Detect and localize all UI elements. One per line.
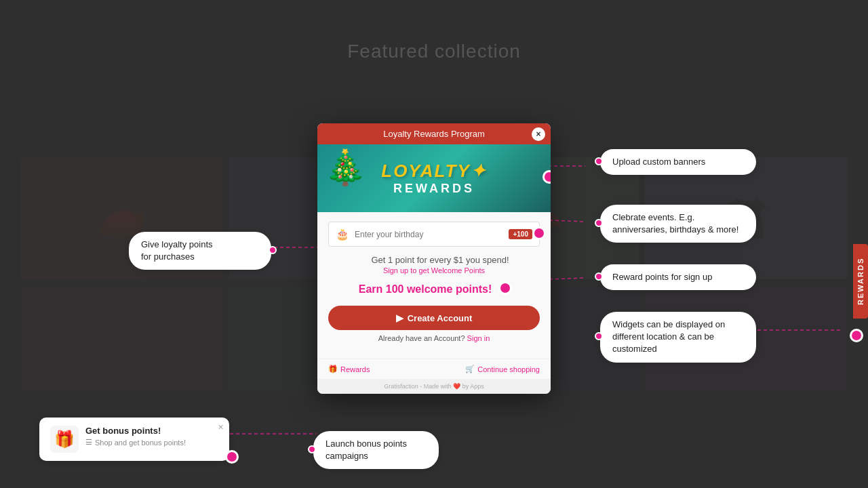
welcome-row: Earn 100 welcome points! <box>328 281 540 298</box>
reward-signup-callout: Reward points for sign up <box>600 264 756 290</box>
modal-footer: 🎁 Rewards 🛒 Continue shopping <box>317 359 551 379</box>
banner-decoration: 🎄 <box>324 148 366 187</box>
launch-bonus-text: Launch bonus points campaigns <box>326 438 427 462</box>
modal-body: 🎂 +100 Get 1 point for every $1 you spen… <box>317 212 551 359</box>
give-points-dot <box>269 246 277 254</box>
birthday-row: 🎂 +100 <box>328 222 540 247</box>
continue-shopping-link[interactable]: 🛒 Continue shopping <box>465 365 540 373</box>
rewards-link[interactable]: 🎁 Rewards <box>328 365 370 373</box>
signin-text: Already have an Account? <box>378 334 465 342</box>
notif-close-button[interactable]: ✕ <box>218 423 224 432</box>
upload-banners-text: Upload custom banners <box>612 156 744 168</box>
notif-title: Get bonus points! <box>85 426 186 436</box>
create-account-button[interactable]: ▶ Create Account <box>328 306 540 330</box>
birthday-icon: 🎂 <box>336 228 349 241</box>
loyalty-modal: Loyalty Rewards Program × 🎄 LOYALTY✦ REW… <box>317 123 551 394</box>
earn-row: Get 1 point for every $1 you spend! Sign… <box>328 255 540 274</box>
branding-text: Gratisfaction - Made with ❤️ by Apps <box>384 383 484 390</box>
modal-header: Loyalty Rewards Program × <box>317 123 551 144</box>
create-btn-label: Create Account <box>408 313 473 323</box>
celebrate-events-text: Clebrate events. E.g. anniversaries, bir… <box>612 211 744 236</box>
birthday-badge: +100 <box>509 229 532 239</box>
rewards-icon: 🎁 <box>328 365 338 373</box>
celebrate-dot <box>595 219 603 227</box>
banner-connector-dot <box>542 170 551 184</box>
launch-bonus-callout: Launch bonus points campaigns <box>313 431 439 469</box>
create-btn-icon: ▶ <box>396 312 403 323</box>
cart-icon: 🛒 <box>465 365 475 373</box>
birthday-input[interactable] <box>355 230 509 239</box>
signin-row: Already have an Account? Sign in <box>328 334 540 342</box>
widgets-dot <box>595 332 603 340</box>
rewards-tab[interactable]: REWARDS <box>853 244 868 319</box>
modal-title: Loyalty Rewards Program <box>383 129 485 139</box>
notification-widget: 🎁 Get bonus points! ☰ Shop and get bonus… <box>39 418 229 461</box>
welcome-text: Earn 100 welcome points! <box>359 283 492 296</box>
continue-label: Continue shopping <box>477 365 540 373</box>
earn-sub-text: Sign up to get Welcome Points <box>328 266 540 274</box>
notif-list-icon: ☰ <box>85 438 92 447</box>
widgets-callout: Widgets can be displayed on different lo… <box>600 312 756 363</box>
signin-link[interactable]: Sign in <box>467 334 490 342</box>
modal-banner: 🎄 LOYALTY✦ REWARDS <box>317 144 551 212</box>
give-points-text: Give loyalty pointsfor purchases <box>141 239 259 263</box>
widgets-text: Widgets can be displayed on different lo… <box>612 319 744 356</box>
notif-gift-icon: 🎁 <box>50 426 79 453</box>
banner-loyalty-text: LOYALTY✦ <box>381 161 486 182</box>
notif-content: Get bonus points! ☰ Shop and get bonus p… <box>85 426 186 447</box>
celebrate-events-callout: Clebrate events. E.g. anniversaries, bir… <box>600 205 756 243</box>
welcome-connector-dot <box>498 281 512 295</box>
reward-signup-dot <box>595 272 603 281</box>
birthday-connector-dot <box>532 226 546 240</box>
widgets-far-dot <box>850 329 863 342</box>
upload-banners-callout: Upload custom banners <box>600 149 756 175</box>
modal-branding: Gratisfaction - Made with ❤️ by Apps <box>317 379 551 394</box>
earn-text: Get 1 point for every $1 you spend! <box>371 255 509 265</box>
launch-bonus-dot <box>308 445 316 453</box>
reward-signup-text: Reward points for sign up <box>612 271 744 283</box>
banner-text: LOYALTY✦ REWARDS <box>381 161 486 196</box>
notif-connector-dot <box>225 450 239 464</box>
upload-banners-dot <box>595 157 603 165</box>
banner-rewards-text: REWARDS <box>381 182 486 196</box>
modal-close-button[interactable]: × <box>532 127 545 141</box>
rewards-link-label: Rewards <box>340 365 370 373</box>
notif-subtitle: ☰ Shop and get bonus points! <box>85 438 186 447</box>
give-points-callout: Give loyalty pointsfor purchases <box>129 232 271 270</box>
